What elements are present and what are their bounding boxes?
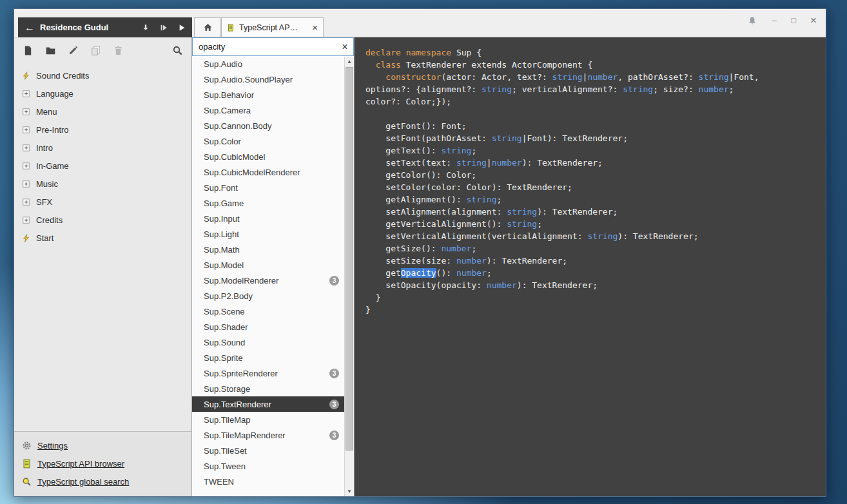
- code-token: setSize(size:: [365, 256, 456, 266]
- close-button[interactable]: ×: [810, 15, 817, 26]
- search-input[interactable]: [193, 42, 336, 52]
- home-tab-button[interactable]: [194, 17, 221, 37]
- lightning-icon: [22, 72, 30, 80]
- api-item-sup-cubicmodel[interactable]: Sup.CubicModel: [192, 149, 344, 164]
- tree-item-pre-intro[interactable]: Pre-Intro: [14, 121, 191, 139]
- download-icon[interactable]: [141, 23, 150, 32]
- scrollbar-thumb[interactable]: [346, 67, 353, 451]
- search-icon[interactable]: [172, 45, 183, 56]
- code-token: setText(text:: [365, 158, 456, 168]
- api-item-sup-tilemaprenderer[interactable]: Sup.TileMapRenderer3: [192, 427, 344, 443]
- code-token: string: [623, 84, 653, 94]
- tab-typescript-api[interactable]: TypeScript AP… ×: [221, 17, 324, 37]
- api-item-sup-storage[interactable]: Sup.Storage: [192, 381, 344, 396]
- api-item-sup-p2-body[interactable]: Sup.P2.Body: [192, 288, 344, 304]
- code-line: setOpacity(opacity: number): TextRendere…: [365, 279, 826, 291]
- plusbox-icon[interactable]: [22, 162, 30, 170]
- api-item-label: Sup.Light: [204, 229, 239, 239]
- play-icon[interactable]: [177, 23, 186, 32]
- main-area: Sound CreditsLanguageMenuPre-IntroIntroI…: [14, 37, 826, 496]
- plusbox-icon[interactable]: [22, 144, 30, 152]
- code-line: declare namespace Sup {: [365, 46, 826, 59]
- api-item-sup-game[interactable]: Sup.Game: [192, 195, 344, 211]
- api-item-sup-light[interactable]: Sup.Light: [192, 226, 344, 242]
- tree-item-in-game[interactable]: In-Game: [14, 157, 191, 175]
- code-token: getColor(): Color;: [365, 170, 476, 180]
- api-item-sup-modelrenderer[interactable]: Sup.ModelRenderer3: [192, 273, 344, 288]
- tree-item-intro[interactable]: Intro: [14, 139, 191, 157]
- run-icon[interactable]: [159, 23, 168, 32]
- new-folder-icon[interactable]: [45, 45, 56, 56]
- code-token: [401, 48, 406, 57]
- tree-item-sfx[interactable]: SFX: [14, 193, 191, 211]
- plusbox-icon[interactable]: [22, 198, 30, 206]
- tree-item-start[interactable]: Start: [14, 229, 191, 247]
- api-item-label: Sup.Tween: [204, 461, 246, 471]
- api-list-scrollbar[interactable]: ▲ ▼: [344, 57, 354, 496]
- plusbox-icon[interactable]: [22, 180, 30, 188]
- footer-link-typescript-global-search[interactable]: TypeScript global search: [14, 472, 191, 490]
- api-item-sup-math[interactable]: Sup.Math: [192, 242, 344, 257]
- tree-item-sound-credits[interactable]: Sound Credits: [14, 66, 191, 84]
- back-button[interactable]: ←: [24, 23, 37, 33]
- tree-item-language[interactable]: Language: [14, 84, 191, 102]
- plusbox-icon[interactable]: [22, 90, 30, 98]
- code-line: getSize(): number;: [365, 242, 826, 255]
- new-asset-icon[interactable]: [23, 45, 34, 56]
- api-item-tween[interactable]: TWEEN: [192, 474, 344, 489]
- code-token: string: [552, 72, 583, 82]
- code-token: number: [492, 158, 522, 168]
- plusbox-icon[interactable]: [22, 126, 30, 134]
- api-item-sup-model[interactable]: Sup.Model: [192, 257, 344, 273]
- maximize-button[interactable]: □: [791, 15, 796, 26]
- api-item-sup-tilemap[interactable]: Sup.TileMap: [192, 412, 344, 427]
- tree-item-menu[interactable]: Menu: [14, 102, 191, 121]
- footer-link-typescript-api-browser[interactable]: TypeScript API browser: [14, 454, 191, 472]
- plusbox-icon[interactable]: [22, 216, 30, 224]
- api-item-sup-scene[interactable]: Sup.Scene: [192, 304, 344, 319]
- api-item-sup-tileset[interactable]: Sup.TileSet: [192, 443, 344, 458]
- api-item-sup-behavior[interactable]: Sup.Behavior: [192, 87, 344, 102]
- notifications-icon[interactable]: [747, 15, 757, 26]
- api-item-sup-sprite[interactable]: Sup.Sprite: [192, 350, 344, 365]
- api-item-sup-camera[interactable]: Sup.Camera: [192, 102, 344, 118]
- code-token: ; size?:: [653, 84, 698, 94]
- minimize-button[interactable]: −: [772, 15, 777, 26]
- plusbox-icon[interactable]: [22, 108, 30, 116]
- code-token: |Font,: [729, 72, 759, 82]
- code-editor[interactable]: declare namespace Sup { class TextRender…: [355, 37, 826, 496]
- api-item-sup-textrenderer[interactable]: Sup.TextRenderer3: [192, 396, 344, 412]
- api-item-label: Sup.CubicModel: [204, 152, 265, 162]
- api-item-sup-sound[interactable]: Sup.Sound: [192, 334, 344, 350]
- tree-item-credits[interactable]: Credits: [14, 211, 191, 229]
- duplicate-icon[interactable]: [90, 45, 101, 56]
- scroll-up-icon[interactable]: ▲: [345, 57, 354, 66]
- api-item-sup-cubicmodelrenderer[interactable]: Sup.CubicModelRenderer: [192, 164, 344, 180]
- code-token: ; verticalAlignment?:: [512, 84, 623, 94]
- api-item-sup-cannon-body[interactable]: Sup.Cannon.Body: [192, 118, 344, 133]
- api-item-sup-font[interactable]: Sup.Font: [192, 180, 344, 195]
- project-header-actions: [141, 23, 186, 32]
- api-item-sup-input[interactable]: Sup.Input: [192, 211, 344, 226]
- clear-search-icon[interactable]: ×: [336, 41, 353, 53]
- rename-icon[interactable]: [68, 45, 79, 56]
- footer-link-settings[interactable]: Settings: [14, 436, 191, 454]
- code-token: getFont(): Font;: [365, 121, 467, 131]
- code-token: number: [699, 84, 729, 94]
- api-item-sup-tween[interactable]: Sup.Tween: [192, 458, 344, 474]
- code-line: constructor(actor: Actor, text?: string|…: [365, 71, 826, 83]
- trash-icon[interactable]: [113, 45, 124, 56]
- api-item-label: Sup.Scene: [204, 307, 245, 316]
- code-line: setText(text: string|number): TextRender…: [365, 157, 826, 169]
- api-item-sup-color[interactable]: Sup.Color: [192, 133, 344, 149]
- api-item-sup-audio-soundplayer[interactable]: Sup.Audio.SoundPlayer: [192, 72, 344, 87]
- code-token: , pathOrAsset?:: [618, 72, 698, 82]
- code-token: ;: [537, 219, 542, 229]
- api-item-sup-audio[interactable]: Sup.Audio: [192, 56, 344, 72]
- api-item-sup-spriterenderer[interactable]: Sup.SpriteRenderer3: [192, 365, 344, 381]
- scroll-down-icon[interactable]: ▼: [345, 487, 354, 496]
- tab-close-icon[interactable]: ×: [312, 23, 318, 32]
- tree-item-music[interactable]: Music: [14, 175, 191, 193]
- code-token: |: [487, 158, 492, 168]
- api-item-sup-shader[interactable]: Sup.Shader: [192, 319, 344, 334]
